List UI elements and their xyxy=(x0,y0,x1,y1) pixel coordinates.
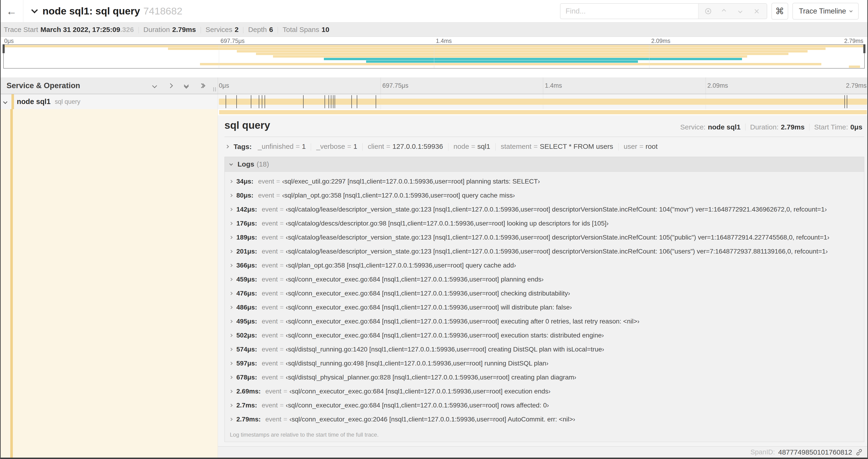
expand-one-icon[interactable] xyxy=(166,81,174,90)
ruler-tick-label: 697.75μs xyxy=(220,38,245,44)
next-result-icon[interactable] xyxy=(737,8,744,15)
log-row[interactable]: 2.79ms:event=‹sql/conn_executor_exec.go:… xyxy=(225,412,864,426)
collapse-one-icon[interactable] xyxy=(151,81,158,90)
expand-log-icon[interactable] xyxy=(229,194,232,197)
log-equals: = xyxy=(280,374,283,381)
log-row[interactable]: 2.69ms:event=‹sql/conn_executor_exec.go:… xyxy=(225,384,864,398)
tag-equals: = xyxy=(534,142,538,150)
column-resize-grip[interactable] xyxy=(213,87,216,91)
expand-all-icon[interactable] xyxy=(198,81,206,90)
summary-label: Duration xyxy=(144,26,170,33)
expand-log-icon[interactable] xyxy=(229,180,232,183)
back-button[interactable]: ← xyxy=(0,0,23,22)
match-highlight-icon[interactable] xyxy=(705,8,711,14)
log-equals: = xyxy=(280,318,283,325)
log-row[interactable]: 486μs:event=‹sql/conn_executor_exec.go:6… xyxy=(225,300,864,315)
find-box: × xyxy=(560,3,767,19)
log-field-value: ‹sql/conn_executor_exec.go:684 [nsql1,cl… xyxy=(286,276,544,283)
log-row[interactable]: 201μs:event=‹sql/catalog/lease/descripto… xyxy=(225,244,864,258)
log-equals: = xyxy=(280,206,283,213)
log-row[interactable]: 189μs:event=‹sql/catalog/lease/descripto… xyxy=(225,230,864,244)
expand-log-icon[interactable] xyxy=(229,306,232,309)
log-field-value: ‹sql/distsql_running.go:498 [nsql1,clien… xyxy=(286,360,549,367)
log-field-key: event xyxy=(262,346,278,353)
jaeger-trace-page: ← node sql1: sql query7418682 × ⌘ Trace … xyxy=(0,0,868,459)
find-input[interactable] xyxy=(560,4,698,19)
log-row[interactable]: 34μs:event=‹sql/exec_util.go:2297 [nsql1… xyxy=(225,174,864,189)
ruler-tick-label: 1.4ms xyxy=(436,38,452,44)
span-row[interactable]: node sql1 sql query xyxy=(0,94,868,109)
expand-log-icon[interactable] xyxy=(229,278,232,281)
expand-log-icon[interactable] xyxy=(229,320,232,323)
meta-label: Start Time: xyxy=(814,123,848,131)
expand-log-icon[interactable] xyxy=(229,208,232,211)
keyboard-shortcuts-button[interactable]: ⌘ xyxy=(771,3,788,20)
log-row[interactable]: 142μs:event=‹sql/catalog/lease/descripto… xyxy=(225,202,864,217)
log-timestamp: 574μs: xyxy=(236,346,257,353)
log-marker xyxy=(329,95,329,108)
span-detail-header: sql query Service:node sql1Duration:2.79… xyxy=(224,120,864,131)
expand-log-icon[interactable] xyxy=(229,390,232,393)
expand-log-icon[interactable] xyxy=(229,348,232,351)
collapse-logs-icon[interactable] xyxy=(229,162,233,166)
summary-value: 10 xyxy=(321,26,329,33)
expand-tags-icon[interactable] xyxy=(225,145,229,149)
span-bar-track[interactable] xyxy=(218,94,868,109)
collapse-all-icon[interactable] xyxy=(182,81,190,90)
log-row[interactable]: 678μs:event=‹sql/distsql_physical_planne… xyxy=(225,370,864,384)
expand-log-icon[interactable] xyxy=(229,362,232,365)
expand-log-icon[interactable] xyxy=(229,334,232,337)
log-marker xyxy=(236,95,237,108)
log-field-key: event xyxy=(262,304,278,311)
tags-row[interactable]: Tags: _unfinished=1_verbose=1client=127.… xyxy=(224,137,864,155)
meta-divider xyxy=(809,124,809,131)
log-field-value: ‹sql/catalog/descs/descriptor.go:98 [nsq… xyxy=(286,220,609,227)
span-id-bar: SpanID: 4877749850101760812 xyxy=(218,447,868,458)
expand-log-icon[interactable] xyxy=(229,222,232,225)
log-equals: = xyxy=(276,178,280,185)
copy-link-icon[interactable] xyxy=(856,449,863,456)
log-timestamp: 597μs: xyxy=(236,360,257,367)
log-equals: = xyxy=(280,290,283,297)
log-row[interactable]: 574μs:event=‹sql/distsql_running.go:1420… xyxy=(225,342,864,356)
expand-log-icon[interactable] xyxy=(229,292,232,295)
minimap-canvas[interactable] xyxy=(3,44,865,69)
expand-log-icon[interactable] xyxy=(229,404,232,407)
log-row[interactable]: 80μs:event=‹sql/plan_opt.go:358 [nsql1,c… xyxy=(225,189,864,202)
log-row[interactable]: 176μs:event=‹sql/catalog/descs/descripto… xyxy=(225,217,864,230)
clear-search-icon[interactable]: × xyxy=(753,8,760,15)
trace-id: 7418682 xyxy=(143,5,182,17)
tag-key: user xyxy=(624,142,637,150)
log-row[interactable]: 502μs:event=‹sql/conn_executor_exec.go:6… xyxy=(225,328,864,342)
log-row[interactable]: 459μs:event=‹sql/conn_executor_exec.go:6… xyxy=(225,272,864,286)
log-equals: = xyxy=(280,304,283,311)
viewport-drag-handle-right[interactable] xyxy=(863,44,865,53)
span-tree-column[interactable] xyxy=(0,109,218,458)
log-field-key: event xyxy=(262,220,278,227)
span-color-indicator xyxy=(11,94,14,109)
logs-header[interactable]: Logs (18) xyxy=(225,157,864,172)
log-row[interactable]: 366μs:event=‹sql/plan_opt.go:358 [nsql1,… xyxy=(225,258,864,272)
expand-log-icon[interactable] xyxy=(229,250,232,253)
trace-view-select[interactable]: Trace Timeline xyxy=(793,3,859,20)
viewport-drag-handle-left[interactable] xyxy=(3,44,5,53)
ruler-tick-label: 0μs xyxy=(219,82,229,89)
logs-count: (18) xyxy=(257,160,269,168)
span-duration-bar[interactable] xyxy=(219,99,867,105)
tag-equals: = xyxy=(471,142,475,150)
summary-items: Trace StartMarch 31 2022, 17:25:09.326Du… xyxy=(4,26,329,34)
prev-result-icon[interactable] xyxy=(720,8,727,15)
log-row[interactable]: 495μs:event=‹sql/conn_executor_exec.go:6… xyxy=(225,315,864,328)
tag-equals: = xyxy=(639,142,644,150)
expand-log-icon[interactable] xyxy=(229,264,232,267)
collapse-children-icon[interactable] xyxy=(3,100,7,104)
expand-log-icon[interactable] xyxy=(229,236,232,239)
log-row[interactable]: 597μs:event=‹sql/distsql_running.go:498 … xyxy=(225,356,864,370)
log-field-key: event xyxy=(265,416,281,423)
expand-log-icon[interactable] xyxy=(229,376,232,379)
collapse-trace-header-icon[interactable] xyxy=(32,9,37,13)
expand-log-icon[interactable] xyxy=(229,418,232,421)
summary-divider xyxy=(138,27,139,33)
log-row[interactable]: 2.7ms:event=‹sql/conn_executor_exec.go:6… xyxy=(225,398,864,412)
log-row[interactable]: 476μs:event=‹sql/conn_executor_exec.go:6… xyxy=(225,286,864,300)
